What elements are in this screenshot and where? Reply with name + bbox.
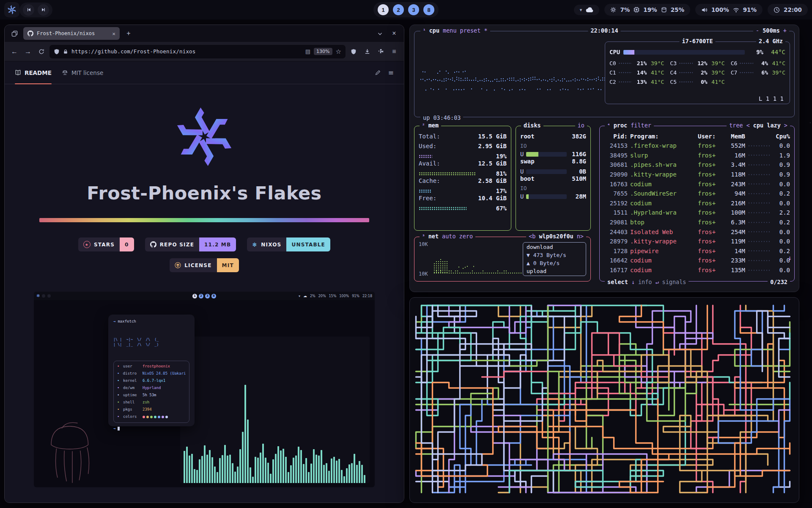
ascii-line: | \| _|_ /\ \/ _): [113, 342, 189, 347]
url-text[interactable]: https://github.com/Frost-Phoenix/nixos: [71, 48, 302, 55]
proc-box-label: proc: [614, 122, 628, 129]
tab-readme[interactable]: README: [15, 61, 52, 84]
col-user[interactable]: User:: [698, 133, 719, 140]
process-row[interactable]: 1511 .Hyprland-wra fros+ 100M 2.2: [604, 208, 790, 218]
reader-view-icon[interactable]: ▤: [305, 48, 310, 55]
snowflake-icon: ❄: [252, 241, 258, 248]
sort-next-button[interactable]: >: [784, 122, 787, 129]
back-button[interactable]: ←: [9, 46, 20, 57]
tab-close-icon[interactable]: ×: [112, 30, 115, 37]
adblock-shield-icon[interactable]: [348, 46, 359, 57]
process-row[interactable]: 1728 pipewire fros+ 14M 0.2: [604, 246, 790, 256]
process-row[interactable]: 7655 .SoundWireSer fros+ 94M 0.2: [604, 189, 790, 199]
process-mem: 6.3M: [721, 219, 745, 226]
process-row[interactable]: 38495 slurp fros+ 16M 1.9: [604, 151, 790, 160]
badge-nixos[interactable]: ❄NIXOS UNSTABLE: [247, 237, 330, 251]
media-prev-button[interactable]: [23, 4, 34, 16]
core-stat: C7 6% 39°C: [731, 69, 785, 76]
process-row[interactable]: 24403 Isolated Web fros+ 254M 0.0: [604, 227, 790, 237]
info-hint[interactable]: info: [638, 279, 652, 285]
select-key-icon: ↓: [631, 279, 635, 285]
workspace-pill[interactable]: 3: [408, 4, 419, 15]
tracking-shield-icon[interactable]: [54, 49, 60, 55]
workspace-pill[interactable]: 8: [423, 4, 434, 15]
media-next-button[interactable]: [38, 4, 49, 16]
net-auto-button[interactable]: auto: [442, 233, 456, 240]
btop-window: ¹cpu menu preset * 22:00:14 - 500ms + i7…: [409, 25, 799, 292]
clock-widget[interactable]: 22:00: [768, 4, 808, 16]
net-next-key[interactable]: n>: [577, 233, 584, 240]
col-mem[interactable]: MemB: [721, 133, 745, 140]
proc-tree-button[interactable]: tree: [729, 122, 743, 129]
nixos-menu-button[interactable]: [4, 2, 19, 17]
proc-filter-button[interactable]: filter: [631, 122, 651, 129]
process-row[interactable]: 16763 codium fros+ 243M 0.0: [604, 179, 790, 189]
workspace-pill[interactable]: 1: [378, 4, 389, 15]
process-row[interactable]: 24153 .firefox-wrap fros+ 552M 0.0: [604, 141, 790, 151]
forward-button[interactable]: →: [22, 46, 33, 57]
sort-mode: cpu lazy: [753, 122, 781, 129]
bookmark-star-icon[interactable]: ☆: [336, 48, 341, 55]
net-prev-key[interactable]: <b: [529, 233, 535, 240]
mini-stats: ▾ ☁ 2% 20% 15% 100% 91% 22:18: [299, 294, 372, 298]
net-zero-button[interactable]: zero: [459, 233, 473, 240]
badge-stars[interactable]: ★STARS 0: [78, 237, 134, 251]
star-icon: ★: [83, 241, 91, 248]
tab-license[interactable]: MIT license: [62, 61, 103, 84]
interval-increase-button[interactable]: +: [783, 27, 787, 34]
process-name: .SoundWireSer: [630, 190, 695, 197]
weather-widget[interactable]: ▾: [574, 5, 600, 15]
btop-menu-button[interactable]: menu: [443, 27, 457, 34]
process-user: fros+: [698, 190, 719, 197]
fetch-value: 5h 53m: [143, 392, 156, 398]
col-cpu[interactable]: Cpu%: [773, 133, 790, 140]
process-row[interactable]: 25192 codium fros+ 216M 0.0: [604, 199, 790, 208]
terminal-cursor: [118, 427, 120, 431]
firefox-view-button[interactable]: [9, 28, 20, 39]
process-row[interactable]: 29090 .kitty-wrappe fros+ 118M 0.9: [604, 170, 790, 179]
window-close-button[interactable]: ×: [389, 28, 400, 39]
tab-list-button[interactable]: [374, 28, 385, 39]
audio-network-widget[interactable]: 100% 91%: [695, 4, 763, 16]
new-tab-button[interactable]: +: [123, 28, 134, 39]
core-stat: C5 0% 41°C: [670, 79, 724, 85]
sort-prev-button[interactable]: <: [746, 122, 750, 129]
process-name: slurp: [630, 152, 695, 159]
network-box: ³net auto zero <b wlp0s20f0u n> 10K 10K …: [414, 237, 591, 282]
badge-repo-size[interactable]: REPO SIZE 11.2 MB: [145, 237, 236, 251]
zoom-level-badge[interactable]: 130%: [314, 48, 332, 55]
scrollbar-down-icon[interactable]: ↓: [788, 254, 792, 262]
col-pid[interactable]: Pid:: [604, 133, 628, 140]
viz-bar: [290, 465, 292, 483]
downloads-button[interactable]: [362, 46, 373, 57]
browser-tab[interactable]: Frost-Phoenix/nixos ×: [23, 27, 120, 40]
signals-hint[interactable]: signals: [662, 279, 686, 285]
system-stats-widget[interactable]: 7% 19% 25%: [604, 4, 690, 16]
reload-button[interactable]: [36, 46, 47, 57]
process-row[interactable]: 30681 .pipes.sh-wra fros+ 3.4M 0.9: [604, 160, 790, 170]
core-temp: 41°C: [649, 79, 664, 85]
process-row[interactable]: 16642 codium fros+ 233M 0.0: [604, 256, 790, 265]
btop-preset-button[interactable]: preset *: [460, 27, 488, 34]
fetch-key: colors: [123, 414, 140, 420]
workspace-pill[interactable]: 2: [393, 4, 404, 15]
outline-list-icon[interactable]: ≡: [388, 69, 394, 77]
badge-license[interactable]: LICENSE MIT: [170, 258, 239, 272]
fetch-row: • user frostphoenix: [117, 364, 186, 370]
process-row[interactable]: 28979 .kitty-wrappe fros+ 119M 0.0: [604, 237, 790, 246]
process-row[interactable]: 16717 codium fros+ 135M 0.0: [604, 265, 790, 275]
url-bar[interactable]: https://github.com/Frost-Phoenix/nixos ▤…: [49, 45, 346, 58]
select-hint[interactable]: select: [607, 279, 628, 285]
mem-value: 2.58 GiB: [478, 177, 507, 187]
process-pid: 16763: [604, 181, 628, 188]
menu-button[interactable]: ≡: [389, 46, 400, 57]
extensions-button[interactable]: [375, 46, 386, 57]
interval-decrease-button[interactable]: -: [756, 27, 759, 34]
col-program[interactable]: Program:: [630, 133, 695, 140]
process-cpu: 0.0: [773, 181, 790, 188]
edit-pencil-icon[interactable]: [375, 70, 381, 76]
process-row[interactable]: 29081 btop fros+ 6.3M 0.2: [604, 218, 790, 227]
media-controls: [19, 3, 52, 17]
file-tab-bar: README MIT license ≡: [5, 61, 404, 84]
fetch-row-icon: •: [117, 392, 121, 398]
